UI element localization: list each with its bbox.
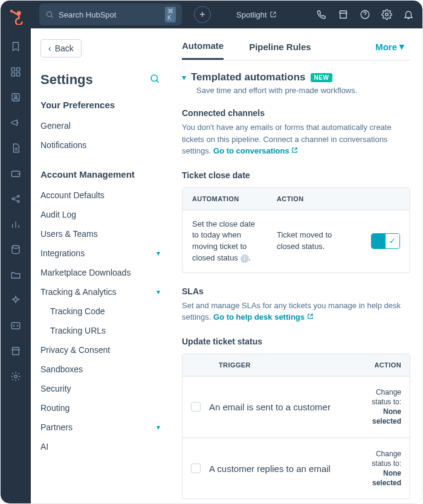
grid-icon[interactable]: [10, 66, 22, 78]
share-icon[interactable]: [10, 193, 22, 205]
contact-icon[interactable]: [10, 91, 22, 103]
megaphone-icon[interactable]: [10, 117, 22, 129]
slas-desc: Set and manage SLAs for any tickets you …: [182, 300, 410, 323]
create-button[interactable]: +: [194, 6, 211, 23]
table-row: Set the close date to today when moving …: [182, 210, 410, 273]
close-date-heading: Ticket close date: [182, 170, 410, 180]
marketplace-icon[interactable]: [338, 9, 349, 20]
wallet-icon[interactable]: [10, 167, 22, 179]
settings-icon[interactable]: [381, 9, 392, 20]
th-automation: Automation: [182, 188, 267, 210]
nav-security[interactable]: Security: [40, 379, 160, 398]
folder-icon[interactable]: [10, 269, 22, 281]
th-action: Action: [267, 188, 410, 210]
chevron-down-icon[interactable]: ▾: [182, 73, 186, 82]
phone-icon[interactable]: [316, 9, 327, 20]
connected-heading: Connected channels: [182, 108, 410, 118]
svg-rect-5: [11, 73, 15, 76]
main-panel: Automate Pipeline Rules More ▾ ▾ Templat…: [170, 28, 422, 503]
trigger-text: An email is sent to a customer: [209, 402, 355, 412]
nav-audit-log[interactable]: Audit Log: [40, 205, 160, 224]
nav-marketplace[interactable]: Marketplace Downloads: [40, 263, 160, 282]
svg-rect-21: [11, 323, 20, 329]
close-date-table: Automation Action Set the close date to …: [182, 187, 410, 273]
th-action2: Action: [355, 354, 410, 376]
store-icon[interactable]: [10, 345, 22, 357]
nav-tracking-urls[interactable]: Tracking URLs: [40, 321, 160, 340]
templated-heading: Templated automations: [191, 71, 306, 83]
svg-point-2: [10, 10, 13, 12]
chevron-down-icon: ▾: [157, 249, 160, 257]
global-search[interactable]: ⌘ K: [39, 4, 182, 25]
new-badge: NEW: [311, 73, 333, 82]
svg-point-26: [386, 13, 389, 16]
trigger-checkbox[interactable]: [191, 464, 201, 473]
go-to-helpdesk-link[interactable]: Go to help desk settings: [213, 312, 314, 321]
pref-heading: Your Preferences: [40, 100, 160, 110]
table-row: A customer replies to an email Change st…: [182, 438, 410, 499]
svg-line-16: [14, 199, 18, 201]
svg-line-24: [51, 16, 53, 18]
search-icon: [45, 10, 54, 19]
svg-point-13: [18, 195, 19, 197]
update-status-table: Trigger Action An email is sent to a cus…: [182, 354, 410, 500]
svg-point-23: [47, 11, 51, 16]
action-text: Change status to:None selected: [355, 449, 410, 488]
nav-privacy[interactable]: Privacy & Consent: [40, 340, 160, 360]
close-date-toggle[interactable]: ✓: [371, 233, 400, 249]
svg-line-15: [14, 196, 18, 198]
topbar: ⌘ K + Spotlight: [31, 1, 422, 28]
slas-heading: SLAs: [182, 286, 410, 296]
nav-users-teams[interactable]: Users & Teams: [40, 224, 160, 244]
update-status-heading: Update ticket status: [182, 337, 410, 346]
nav-routing[interactable]: Routing: [40, 398, 160, 418]
nav-sandboxes[interactable]: Sandboxes: [40, 360, 160, 379]
svg-point-8: [15, 95, 17, 98]
go-to-conversations-link[interactable]: Go to conversations: [213, 146, 298, 155]
nav-partners[interactable]: Partners▾: [40, 418, 160, 437]
svg-point-14: [18, 201, 19, 202]
tab-pipeline-rules[interactable]: Pipeline Rules: [249, 38, 311, 59]
nav-ai[interactable]: AI: [40, 437, 160, 456]
nav-general[interactable]: General: [40, 116, 160, 135]
tabs: Automate Pipeline Rules More ▾: [182, 37, 410, 60]
acct-heading: Account Management: [40, 169, 160, 179]
info-icon[interactable]: i: [241, 254, 249, 263]
search-input[interactable]: [59, 10, 160, 19]
connected-desc: You don't have any emails or forms that …: [182, 121, 410, 157]
code-icon[interactable]: [10, 320, 22, 332]
document-icon[interactable]: [10, 142, 22, 154]
svg-point-27: [151, 75, 158, 82]
help-icon[interactable]: [360, 9, 370, 20]
chevron-down-icon: ▾: [157, 423, 160, 431]
th-trigger: Trigger: [209, 354, 355, 376]
database-icon[interactable]: [10, 244, 22, 256]
svg-line-28: [157, 80, 159, 83]
tab-more[interactable]: More ▾: [375, 37, 404, 59]
nav-account-defaults[interactable]: Account Defaults: [40, 186, 160, 205]
chart-icon[interactable]: [10, 218, 22, 230]
td-automation: Set the close date to today when moving …: [182, 210, 267, 273]
chevron-down-icon: ▾: [157, 288, 160, 296]
bell-icon[interactable]: [403, 9, 414, 20]
svg-point-22: [15, 375, 18, 378]
bookmark-icon[interactable]: [10, 40, 22, 53]
table-row: An email is sent to a customer Change st…: [182, 376, 410, 438]
back-button[interactable]: ‹ Back: [40, 39, 82, 57]
spotlight-link[interactable]: Spotlight: [236, 10, 277, 19]
nav-tracking[interactable]: Tracking & Analytics▾: [40, 282, 160, 302]
trigger-checkbox[interactable]: [191, 402, 201, 412]
nav-integrations[interactable]: Integrations▾: [40, 244, 160, 263]
gear-icon[interactable]: [10, 370, 22, 383]
hubspot-logo[interactable]: [7, 8, 24, 27]
nav-tracking-code[interactable]: Tracking Code: [40, 302, 160, 321]
svg-point-12: [12, 198, 14, 200]
svg-rect-4: [17, 68, 20, 71]
sparkle-icon[interactable]: [10, 294, 22, 306]
svg-point-20: [12, 245, 19, 248]
settings-search-icon[interactable]: [149, 73, 160, 86]
tab-automate[interactable]: Automate: [182, 37, 224, 60]
nav-notifications[interactable]: Notifications: [40, 135, 160, 155]
templated-sub: Save time and effort with pre-made workf…: [196, 86, 410, 95]
trigger-text: A customer replies to an email: [209, 464, 355, 474]
